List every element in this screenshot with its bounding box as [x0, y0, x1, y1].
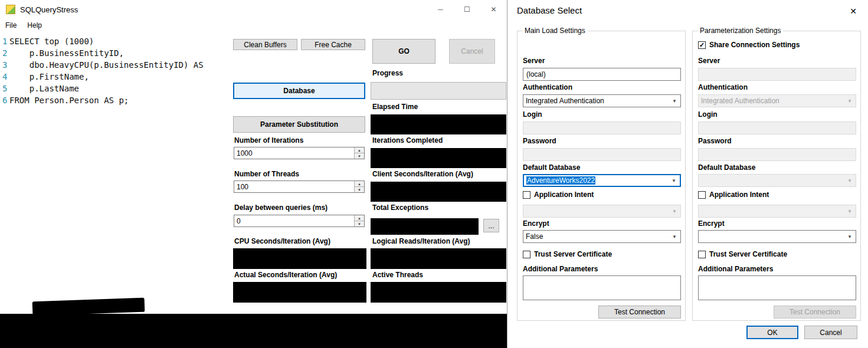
- spin-down-icon[interactable]: ▼: [355, 187, 364, 192]
- test-connection-button-disabled: Test Connection: [774, 306, 856, 319]
- threads-input[interactable]: [234, 181, 364, 192]
- close-button[interactable]: ✕: [480, 0, 507, 19]
- iterations-input[interactable]: [234, 147, 364, 159]
- dialog-close-icon[interactable]: ✕: [847, 5, 860, 18]
- additional-parameters-input[interactable]: [523, 275, 681, 300]
- additional-parameters-input[interactable]: [698, 275, 856, 300]
- code-line: 5 p.LastName: [0, 83, 232, 94]
- cpu-seconds-label: CPU Seconds/Iteration (Avg): [234, 237, 330, 245]
- chevron-down-icon[interactable]: ▾: [669, 231, 680, 242]
- share-connection-settings-label: Share Connection Settings: [709, 41, 800, 49]
- sql-editor[interactable]: 1SELECT top (1000) 2 p.BusinessEntityID,…: [0, 32, 232, 314]
- chevron-down-icon[interactable]: ▾: [844, 231, 855, 242]
- dialog-title: Database Select: [517, 5, 582, 15]
- client-seconds-label: Client Seconds/Iteration (Avg): [372, 170, 473, 178]
- trust-server-certificate-label: Trust Server Certificate: [534, 250, 612, 258]
- main-load-settings-group: Main Load Settings Server Authentication…: [517, 31, 686, 321]
- authentication-value: Integrated Authentication: [701, 97, 779, 105]
- menu-help[interactable]: Help: [22, 19, 47, 32]
- line-number: 4: [0, 71, 9, 83]
- test-connection-button[interactable]: Test Connection: [598, 306, 681, 319]
- share-connection-settings-checkbox[interactable]: ✓ Share Connection Settings: [698, 41, 800, 49]
- chevron-down-icon: ▾: [669, 206, 680, 216]
- group-title: Parameterization Settings: [697, 27, 783, 35]
- code-line: 1SELECT top (1000): [0, 35, 232, 47]
- clean-buffers-button[interactable]: Clean Buffers: [233, 39, 297, 50]
- active-threads-display: [371, 282, 506, 303]
- delay-input[interactable]: [234, 215, 364, 226]
- encrypt-label: Encrypt: [523, 219, 549, 228]
- code-line: 2 p.BusinessEntityID,: [0, 47, 232, 59]
- spin-down-icon[interactable]: ▼: [355, 221, 364, 226]
- spin-down-icon[interactable]: ▼: [355, 153, 364, 159]
- default-database-combo: ▾: [698, 174, 856, 187]
- checkbox-box[interactable]: [698, 191, 706, 199]
- group-title: Main Load Settings: [522, 27, 588, 35]
- code-text: p.LastName: [9, 83, 79, 94]
- exceptions-detail-button[interactable]: ...: [483, 219, 499, 232]
- application-intent-label: Application Intent: [709, 191, 769, 199]
- authentication-combo[interactable]: Integrated Authentication ▾: [523, 94, 681, 107]
- dialog-titlebar: Database Select ✕: [507, 0, 868, 21]
- spin-up-icon[interactable]: ▲: [355, 147, 364, 153]
- spin-up-icon[interactable]: ▲: [355, 181, 364, 187]
- checkbox-box[interactable]: [698, 251, 706, 258]
- checkbox-box[interactable]: [523, 191, 530, 199]
- application-intent-label: Application Intent: [534, 191, 594, 199]
- server-label: Server: [523, 57, 545, 65]
- go-button[interactable]: GO: [372, 39, 435, 64]
- menu-file[interactable]: File: [0, 19, 22, 32]
- free-cache-button[interactable]: Free Cache: [301, 39, 365, 50]
- additional-parameters-label: Additional Parameters: [698, 265, 773, 273]
- minimize-button[interactable]: ─: [427, 0, 454, 19]
- application-intent-checkbox[interactable]: Application Intent: [523, 191, 594, 199]
- chevron-down-icon: ▾: [844, 175, 855, 186]
- chevron-down-icon: ▾: [844, 96, 855, 106]
- checkbox-checked-icon[interactable]: ✓: [698, 41, 706, 49]
- password-input: [523, 148, 681, 161]
- maximize-button[interactable]: ☐: [454, 0, 480, 19]
- threads-label: Number of Threads: [234, 170, 299, 178]
- code-line: 6FROM Person.Person AS p;: [0, 94, 232, 106]
- application-intent-combo: ▾: [698, 205, 856, 218]
- login-input: [698, 122, 856, 134]
- delay-spinner[interactable]: ▲▼: [234, 215, 365, 227]
- trust-server-certificate-checkbox[interactable]: Trust Server Certificate: [698, 250, 787, 258]
- total-exceptions-display: [371, 218, 479, 235]
- server-label: Server: [698, 57, 720, 65]
- authentication-label: Authentication: [698, 83, 748, 91]
- line-number: 6: [0, 94, 9, 106]
- titlebar: SQLQueryStress ─ ☐ ✕: [0, 0, 507, 19]
- code-text: FROM Person.Person AS p;: [9, 94, 129, 106]
- line-number: 3: [0, 59, 9, 71]
- trust-server-certificate-checkbox[interactable]: Trust Server Certificate: [523, 250, 612, 258]
- checkbox-box[interactable]: [523, 251, 530, 258]
- chevron-down-icon[interactable]: ▾: [669, 96, 680, 106]
- application-intent-checkbox[interactable]: Application Intent: [698, 191, 769, 199]
- elapsed-time-label: Elapsed Time: [372, 103, 418, 111]
- cancel-button[interactable]: Cancel: [804, 326, 857, 339]
- encrypt-combo[interactable]: False ▾: [523, 230, 681, 243]
- default-database-value: AdventureWorks2022: [526, 176, 595, 185]
- default-database-combo[interactable]: AdventureWorks2022 ▾: [523, 174, 681, 187]
- default-database-label: Default Database: [523, 163, 580, 172]
- password-label: Password: [698, 137, 732, 145]
- total-exceptions-label: Total Exceptions: [372, 203, 428, 212]
- client-seconds-display: [371, 182, 506, 202]
- encrypt-combo[interactable]: ▾: [698, 230, 856, 243]
- window-title: SQLQueryStress: [20, 5, 78, 14]
- authentication-combo: Integrated Authentication ▾: [698, 94, 856, 107]
- database-button[interactable]: Database: [233, 83, 365, 99]
- line-number: 1: [0, 35, 9, 47]
- password-label: Password: [523, 137, 556, 145]
- parameter-substitution-button[interactable]: Parameter Substitution: [233, 116, 365, 133]
- sqlquerystress-window: SQLQueryStress ─ ☐ ✕ File Help 1SELECT t…: [0, 0, 507, 348]
- progress-bar: [371, 82, 506, 100]
- spin-up-icon[interactable]: ▲: [355, 215, 364, 221]
- server-input[interactable]: [523, 68, 681, 81]
- threads-spinner[interactable]: ▲▼: [234, 180, 365, 193]
- ok-button[interactable]: OK: [746, 326, 798, 339]
- parameterization-settings-group: Parameterization Settings ✓ Share Connec…: [692, 31, 861, 321]
- iterations-spinner[interactable]: ▲▼: [234, 147, 365, 159]
- chevron-down-icon[interactable]: ▾: [669, 176, 679, 185]
